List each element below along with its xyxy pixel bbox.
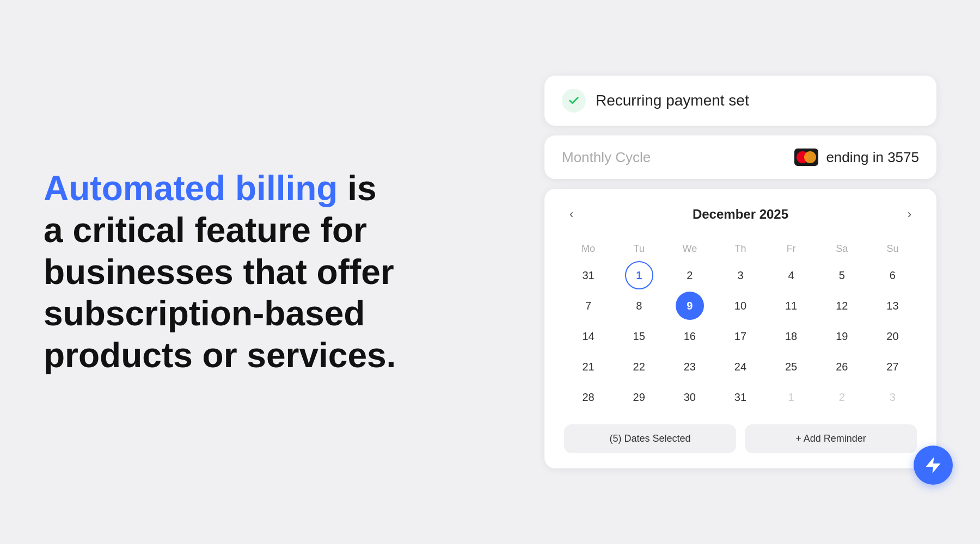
calendar-day[interactable]: 29 bbox=[625, 383, 653, 411]
calendar-day[interactable]: 25 bbox=[777, 353, 805, 381]
calendar-day[interactable]: 7 bbox=[574, 292, 603, 320]
calendar-prev-btn[interactable]: ‹ bbox=[564, 205, 579, 224]
page-container: Automated billing is a critical feature … bbox=[0, 0, 980, 544]
calendar-day[interactable]: 9 bbox=[676, 292, 704, 320]
monthly-cycle-card: Monthly Cycle ending in 3575 bbox=[544, 135, 936, 179]
right-panel: Recurring payment set Monthly Cycle endi… bbox=[544, 76, 936, 468]
calendar-day[interactable]: 26 bbox=[828, 353, 856, 381]
calendar-header: ‹ December 2025 › bbox=[564, 205, 917, 224]
calendar-day[interactable]: 18 bbox=[777, 322, 805, 350]
calendar-day[interactable]: 17 bbox=[726, 322, 755, 350]
hero-text: Automated billing is a critical feature … bbox=[44, 168, 403, 376]
calendar-day[interactable]: 13 bbox=[878, 292, 906, 320]
dates-selected-btn[interactable]: (5) Dates Selected bbox=[564, 424, 736, 453]
calendar-card: ‹ December 2025 › MoTuWeThFrSaSu31123456… bbox=[544, 189, 936, 468]
mastercard-icon bbox=[794, 149, 818, 166]
calendar-day[interactable]: 8 bbox=[625, 292, 653, 320]
calendar-day[interactable]: 23 bbox=[676, 353, 704, 381]
calendar-day[interactable]: 20 bbox=[878, 322, 906, 350]
calendar-day[interactable]: 3 bbox=[726, 261, 755, 289]
calendar-day[interactable]: 11 bbox=[777, 292, 805, 320]
day-header: We bbox=[665, 239, 714, 259]
calendar-next-btn[interactable]: › bbox=[902, 205, 917, 224]
calendar-day[interactable]: 2 bbox=[676, 261, 704, 289]
check-icon-circle bbox=[562, 89, 586, 113]
calendar-day[interactable]: 2 bbox=[828, 383, 856, 411]
recurring-payment-card: Recurring payment set bbox=[544, 76, 936, 126]
calendar-day[interactable]: 30 bbox=[676, 383, 704, 411]
calendar-day[interactable]: 12 bbox=[828, 292, 856, 320]
calendar-day[interactable]: 1 bbox=[625, 261, 653, 289]
calendar-day[interactable]: 3 bbox=[878, 383, 906, 411]
calendar-day[interactable]: 31 bbox=[726, 383, 755, 411]
calendar-day[interactable]: 19 bbox=[828, 322, 856, 350]
left-panel: Automated billing is a critical feature … bbox=[44, 168, 425, 376]
calendar-day[interactable]: 28 bbox=[574, 383, 603, 411]
calendar-day[interactable]: 24 bbox=[726, 353, 755, 381]
mc-circle-right bbox=[804, 151, 816, 163]
calendar-day[interactable]: 15 bbox=[625, 322, 653, 350]
cycle-right: ending in 3575 bbox=[794, 149, 919, 166]
cycle-label: Monthly Cycle bbox=[562, 149, 651, 166]
calendar-day[interactable]: 22 bbox=[625, 353, 653, 381]
day-header: Fr bbox=[767, 239, 816, 259]
calendar-day[interactable]: 10 bbox=[726, 292, 755, 320]
day-header: Mo bbox=[564, 239, 612, 259]
calendar-day[interactable]: 1 bbox=[777, 383, 805, 411]
calendar-day[interactable]: 6 bbox=[878, 261, 906, 289]
day-header: Sa bbox=[818, 239, 866, 259]
day-header: Su bbox=[868, 239, 917, 259]
calendar-day[interactable]: 5 bbox=[828, 261, 856, 289]
add-reminder-btn[interactable]: + Add Reminder bbox=[745, 424, 917, 453]
recurring-payment-text: Recurring payment set bbox=[596, 92, 749, 109]
day-header: Th bbox=[716, 239, 764, 259]
floating-icon bbox=[914, 446, 953, 485]
calendar-month-title: December 2025 bbox=[693, 207, 788, 222]
bolt-icon bbox=[923, 455, 943, 475]
cycle-ending-text: ending in 3575 bbox=[826, 149, 919, 166]
check-icon bbox=[568, 95, 580, 107]
hero-highlight: Automated billing bbox=[44, 169, 338, 208]
calendar-day[interactable]: 27 bbox=[878, 353, 906, 381]
calendar-day[interactable]: 14 bbox=[574, 322, 603, 350]
calendar-grid: MoTuWeThFrSaSu31123456789101112131415161… bbox=[564, 239, 917, 411]
calendar-day[interactable]: 31 bbox=[574, 261, 603, 289]
calendar-day[interactable]: 4 bbox=[777, 261, 805, 289]
day-header: Tu bbox=[615, 239, 663, 259]
calendar-day[interactable]: 21 bbox=[574, 353, 603, 381]
calendar-footer: (5) Dates Selected + Add Reminder bbox=[564, 424, 917, 453]
calendar-day[interactable]: 16 bbox=[676, 322, 704, 350]
